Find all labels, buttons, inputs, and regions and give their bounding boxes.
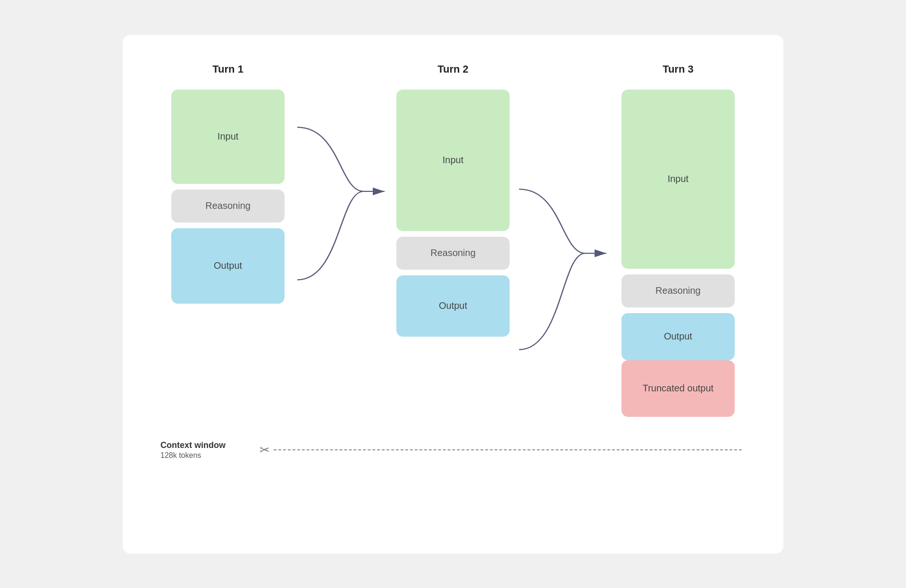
- turn-3-reasoning: Reasoning: [621, 274, 735, 307]
- turn-3-col: Turn 3 Input Reasoning Output Truncated …: [611, 63, 746, 417]
- turn-1-col: Turn 1 Input Reasoning Output: [160, 63, 295, 417]
- scissors-icon: ✂: [260, 443, 270, 457]
- turn-1-title: Turn 1: [212, 63, 243, 75]
- turn-3-title: Turn 3: [663, 63, 694, 75]
- turn-2-input: Input: [396, 90, 510, 231]
- turn-3-output: Output: [621, 313, 735, 360]
- turn-2-reasoning: Reasoning: [396, 237, 510, 270]
- turn-2-col: Turn 2 Input Reasoning Output: [386, 63, 520, 417]
- arrow-col-1: [295, 63, 386, 417]
- turn-2-title: Turn 2: [437, 63, 469, 75]
- context-tokens-label: 128k tokens: [160, 451, 201, 460]
- context-footer: Context window 128k tokens ✂: [160, 440, 746, 460]
- context-window-label: Context window: [160, 440, 226, 450]
- context-label: Context window 128k tokens: [160, 440, 255, 460]
- diagram-wrapper: Turn 1 Input Reasoning Output Turn 2 Inp…: [160, 63, 746, 417]
- turn-3-input: Input: [621, 90, 735, 269]
- turn-1-reasoning: Reasoning: [171, 190, 285, 223]
- turn-3-truncated: Truncated output: [621, 360, 735, 417]
- main-card: Turn 1 Input Reasoning Output Turn 2 Inp…: [123, 35, 783, 554]
- turn-1-output: Output: [171, 228, 285, 304]
- arrow-col-2: [520, 63, 611, 417]
- turns-row: Turn 1 Input Reasoning Output Turn 2 Inp…: [160, 63, 746, 417]
- turn-1-input: Input: [171, 90, 285, 184]
- context-dashed-line: [274, 449, 742, 450]
- turn-2-output: Output: [396, 275, 510, 337]
